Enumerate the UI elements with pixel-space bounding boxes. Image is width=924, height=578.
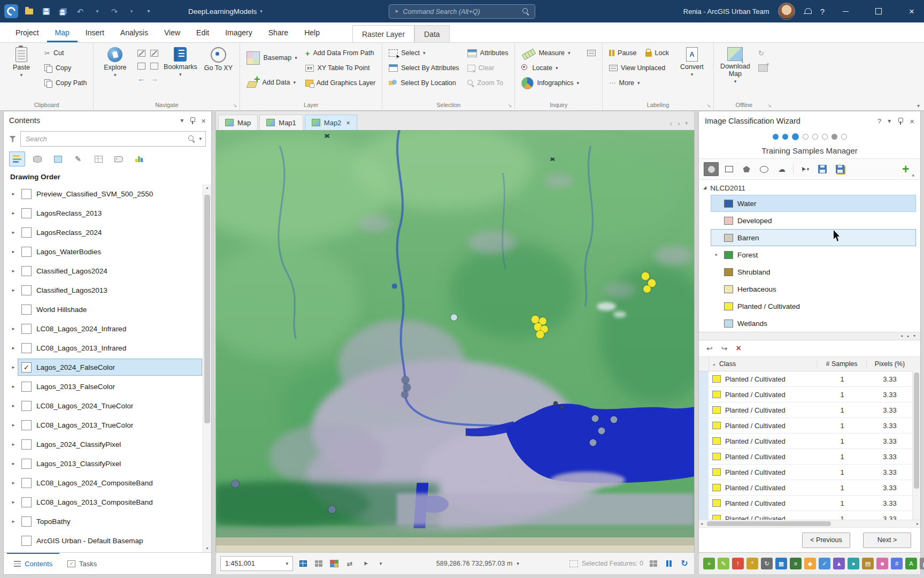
pane-menu-icon[interactable] (180, 117, 183, 124)
avatar[interactable] (778, 3, 795, 20)
contextual-tab[interactable]: Data (414, 25, 450, 42)
expand-arrow-icon[interactable] (9, 500, 18, 505)
select-by-location-button[interactable]: Select By Location (386, 76, 462, 90)
download-map-button[interactable]: Download Map (717, 44, 753, 85)
basemap-button[interactable]: Basemap (243, 46, 300, 70)
row-selector[interactable] (699, 371, 709, 386)
table-row[interactable]: Planted / Cultivated 1 3.33 (699, 402, 920, 418)
ribbon-tab[interactable]: Share (260, 22, 296, 42)
wizard-step-dot[interactable] (803, 134, 808, 140)
class-row[interactable]: Shrubland (711, 263, 916, 280)
pan-to-sample-icon[interactable] (706, 345, 713, 352)
expand-arrow-icon[interactable] (9, 423, 18, 428)
xy-table-to-point-button[interactable]: XY Table To Point (302, 61, 379, 75)
layer-row[interactable]: Lagos_2024_ClassifyPixel (4, 435, 211, 454)
layer-row[interactable]: LC08_Lagos_2024_CompositeBand (4, 473, 211, 492)
convert-labels-button[interactable]: Convert (674, 44, 710, 78)
zoom-to-button[interactable]: Zoom To (464, 76, 512, 90)
ribbon-tab[interactable]: Insert (78, 22, 112, 42)
scroll-tabs-right-icon[interactable] (677, 120, 680, 127)
layer-visibility-checkbox[interactable] (21, 420, 32, 430)
training-sample-marker[interactable] (641, 272, 649, 280)
layer-visibility-checkbox[interactable] (21, 305, 32, 315)
layer-row[interactable]: Lagos_2013_FalseColor (4, 377, 211, 396)
training-sample-marker[interactable] (590, 439, 597, 446)
expand-arrow-icon[interactable] (9, 481, 18, 485)
scroll-tabs-left-icon[interactable] (670, 120, 672, 127)
close-button[interactable] (899, 0, 924, 22)
expand-arrow-icon[interactable] (9, 384, 18, 389)
status-options-icon[interactable] (375, 558, 386, 569)
swap-icon[interactable] (344, 558, 355, 569)
copy-path-button[interactable]: Copy Path (41, 76, 90, 90)
maximize-button[interactable] (866, 0, 891, 22)
help-icon[interactable] (820, 7, 825, 16)
pixels-column-header[interactable]: Pixels (%) (866, 360, 913, 368)
tray-icon[interactable]: ▅ (920, 558, 924, 569)
row-selector[interactable] (699, 480, 709, 495)
splitter-left-icon[interactable] (900, 334, 903, 338)
tray-icon[interactable]: ✓ (819, 558, 830, 569)
lock-labels-button[interactable]: Lock (642, 46, 672, 60)
locate-button[interactable]: Locate (518, 61, 582, 75)
map-canvas[interactable] (215, 130, 695, 552)
tray-icon[interactable]: A (905, 558, 917, 569)
layer-row[interactable]: LC08_Lagos_2013_Infrared (4, 338, 211, 358)
training-sample-marker[interactable] (403, 384, 411, 391)
collapse-arrow-icon[interactable] (703, 186, 706, 190)
map-view-tab[interactable]: Map1 (259, 115, 303, 130)
layer-row[interactable]: LC08_Lagos_2013_TrueColor (4, 415, 211, 435)
refresh-map-button[interactable] (679, 558, 690, 569)
polygon-tool[interactable] (739, 162, 754, 176)
ellipse-tool[interactable] (757, 162, 772, 176)
class-row[interactable]: Water (711, 195, 916, 212)
row-selector[interactable] (699, 449, 709, 464)
expand-arrow-icon[interactable] (9, 211, 18, 216)
layer-row[interactable]: Preview_Classified_SVM_500_2550 (4, 184, 211, 203)
tray-icon[interactable]: ▤ (862, 558, 874, 569)
tray-icon[interactable]: ▲ (833, 558, 845, 569)
training-sample-marker[interactable] (643, 285, 651, 293)
layer-row[interactable]: World Hillshade (4, 300, 211, 319)
redo-button[interactable] (109, 6, 120, 17)
fixed-zoom-out-icon[interactable] (148, 59, 160, 72)
ribbon-tab[interactable]: Project (7, 22, 47, 42)
layer-visibility-checkbox[interactable] (21, 536, 32, 546)
expand-arrow-icon[interactable] (9, 519, 18, 524)
splitter-down-icon[interactable] (913, 334, 915, 338)
copy-button[interactable]: Copy (41, 61, 90, 75)
rectangle-tool[interactable] (721, 162, 736, 176)
contents-search[interactable] (20, 131, 206, 147)
notifications-icon[interactable] (804, 7, 812, 16)
add-graphics-layer-button[interactable]: Add Graphics Layer (302, 76, 379, 90)
list-by-snapping-icon[interactable] (90, 151, 106, 166)
row-selector[interactable] (699, 465, 709, 480)
tray-icon[interactable]: * (746, 558, 758, 569)
tray-icon[interactable]: ✎ (718, 558, 729, 569)
ribbon-tab[interactable]: Help (296, 22, 328, 42)
freehand-tool[interactable] (774, 162, 789, 176)
explore-button[interactable]: Explore (97, 44, 133, 79)
select-by-attributes-button[interactable]: Select By Attributes (386, 61, 462, 75)
table-row[interactable]: Planted / Cultivated 1 3.33 (699, 496, 920, 511)
pointer-icon[interactable] (358, 556, 372, 571)
pause-drawing-button[interactable] (664, 558, 674, 569)
wizard-step-dot[interactable] (822, 134, 828, 140)
expand-arrow-icon[interactable] (9, 269, 18, 273)
ribbon-tab[interactable]: Imagery (217, 22, 260, 42)
table-row[interactable]: Planted / Cultivated 1 3.33 (699, 371, 920, 387)
training-sample-marker[interactable] (536, 330, 544, 338)
pin-icon[interactable] (897, 118, 903, 125)
previous-extent-small-icon[interactable] (135, 59, 148, 72)
wizard-step-dot[interactable] (831, 134, 837, 140)
tray-icon[interactable]: + (703, 558, 715, 569)
table-row[interactable]: Planted / Cultivated 1 3.33 (699, 465, 920, 480)
training-sample-marker[interactable] (553, 401, 558, 406)
close-tab-icon[interactable] (346, 119, 350, 127)
classify-grid-icon[interactable] (329, 558, 340, 569)
view-unplaced-button[interactable]: View Unplaced (606, 61, 672, 75)
training-sample-marker[interactable] (591, 415, 598, 422)
row-selector[interactable] (699, 418, 709, 433)
expand-arrow-icon[interactable] (9, 346, 18, 351)
raster-grid-icon[interactable] (313, 558, 324, 569)
